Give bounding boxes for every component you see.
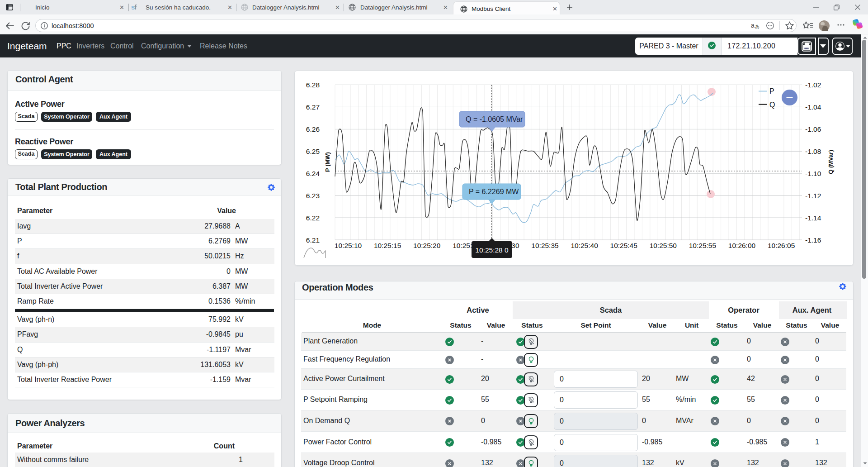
svg-text:10:25:45: 10:25:45 xyxy=(610,242,637,249)
svg-text:6.25: 6.25 xyxy=(306,148,320,155)
svg-text:-1.06: -1.06 xyxy=(805,125,821,133)
svg-text:P: P xyxy=(769,87,774,95)
svg-text:6.27: 6.27 xyxy=(306,103,320,111)
svg-text:10:25:40: 10:25:40 xyxy=(571,242,598,249)
svg-text:-1.08: -1.08 xyxy=(805,148,821,155)
svg-text:P = 6.2269 MW: P = 6.2269 MW xyxy=(469,188,519,195)
svg-text:10:25:55: 10:25:55 xyxy=(689,242,716,249)
svg-text:10:26:05: 10:26:05 xyxy=(768,242,795,249)
svg-text:6.21: 6.21 xyxy=(306,236,320,244)
svg-text:10:26:00: 10:26:00 xyxy=(728,242,756,249)
svg-text:6.24: 6.24 xyxy=(306,170,320,177)
svg-text:6.26: 6.26 xyxy=(306,125,320,133)
svg-text:Q = -1.0605 MVar: Q = -1.0605 MVar xyxy=(466,115,523,123)
svg-text:Q (MVar): Q (MVar) xyxy=(827,150,834,174)
svg-text:10:25:10: 10:25:10 xyxy=(335,242,362,249)
svg-text:6.23: 6.23 xyxy=(306,192,320,200)
svg-text:6.22: 6.22 xyxy=(306,214,320,222)
svg-text:-1.14: -1.14 xyxy=(805,214,821,222)
svg-text:-1.16: -1.16 xyxy=(805,236,821,244)
svg-text:6.28: 6.28 xyxy=(306,81,320,89)
svg-text:10:25:35: 10:25:35 xyxy=(531,242,558,249)
svg-text:-1.12: -1.12 xyxy=(805,192,821,200)
svg-text:10:25:28 0: 10:25:28 0 xyxy=(475,246,509,254)
svg-text:-1.10: -1.10 xyxy=(805,170,821,177)
svg-text:10:25:20: 10:25:20 xyxy=(413,242,441,249)
svg-text:Q: Q xyxy=(769,101,775,109)
svg-text:10:25:50: 10:25:50 xyxy=(650,242,677,249)
svg-text:-1.02: -1.02 xyxy=(805,81,821,89)
svg-text:-1.04: -1.04 xyxy=(805,103,821,111)
svg-text:P (MW): P (MW) xyxy=(324,152,331,172)
svg-text:10:25:15: 10:25:15 xyxy=(374,242,401,249)
